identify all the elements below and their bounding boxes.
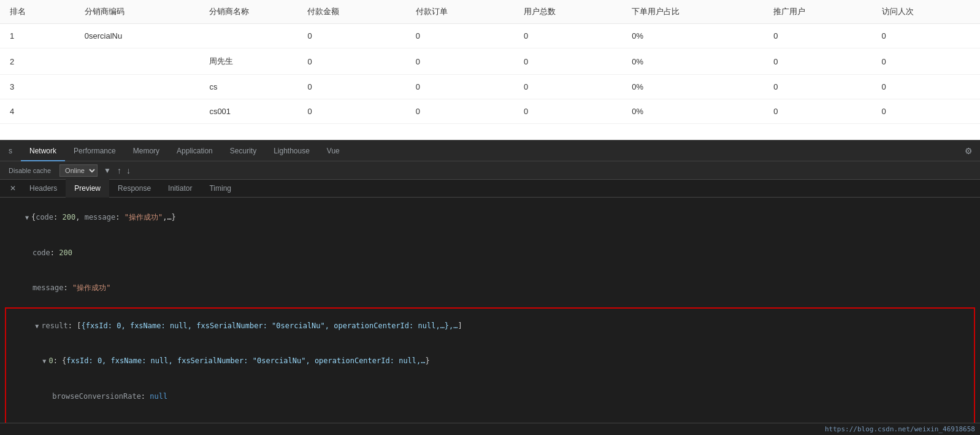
cell-visits: 0 (872, 99, 980, 124)
sub-tab-initiator[interactable]: Initiator (159, 179, 201, 198)
cell-code (75, 48, 200, 75)
col-ratio: 下单用户占比 (622, 0, 764, 24)
cell-ratio: 0% (622, 48, 764, 75)
cell-order: 0 (406, 24, 514, 48)
cell-ratio: 0% (622, 24, 764, 48)
throttle-select[interactable]: Online (59, 164, 98, 177)
col-order: 付款订单 (406, 0, 514, 24)
table-container: 排名 分销商编码 分销商名称 付款金额 付款订单 用户总数 下单用户占比 推广用… (0, 0, 980, 140)
cell-order: 0 (406, 48, 514, 75)
json-result-line[interactable]: result: [{fxsId: 0, fxsName: null, fxsSe… (6, 309, 974, 344)
tab-s[interactable]: s (0, 141, 21, 161)
tab-memory[interactable]: Memory (124, 141, 168, 161)
cell-promo: 0 (764, 99, 871, 124)
download-arrow-btn[interactable]: ↓ (126, 166, 131, 175)
cell-promo: 0 (764, 24, 871, 48)
table-row: 4 cs001 0 0 0 0% 0 0 (0, 99, 980, 124)
disable-cache-btn[interactable]: Disable cache (5, 166, 55, 175)
cell-amount: 0 (297, 24, 405, 48)
settings-icon[interactable]: ⚙ (957, 146, 980, 156)
cell-users: 0 (514, 75, 622, 99)
cell-amount: 0 (297, 48, 405, 75)
tab-security[interactable]: Security (221, 141, 265, 161)
cell-name: cs (199, 75, 297, 99)
sub-tab-response[interactable]: Response (109, 179, 159, 198)
cell-ratio: 0% (622, 75, 764, 99)
json-item0-line[interactable]: 0: {fxsId: 0, fxsName: null, fxsSerialNu… (6, 344, 974, 379)
cell-rank: 2 (0, 48, 75, 75)
cell-name: 周先生 (199, 48, 297, 75)
col-users: 用户总数 (514, 0, 622, 24)
field-browseConversionRate: browseConversionRate: null (6, 379, 974, 415)
cell-users: 0 (514, 99, 622, 124)
throttle-arrow: ▼ (102, 166, 112, 175)
cell-visits: 0 (872, 48, 980, 75)
cell-code: 0sercialNu (75, 24, 200, 48)
cell-name: cs001 (199, 99, 297, 124)
cell-users: 0 (514, 48, 622, 75)
col-promo: 推广用户 (764, 0, 871, 24)
col-rank: 排名 (0, 0, 75, 24)
sub-tab-bar: ✕ Headers Preview Response Initiator Tim… (0, 179, 980, 198)
field-dealUserNumber: dealUserNumber: null (6, 414, 974, 423)
cell-promo: 0 (764, 48, 871, 75)
tab-application[interactable]: Application (168, 141, 221, 161)
sub-tab-headers[interactable]: Headers (21, 179, 66, 198)
cell-order: 0 (406, 75, 514, 99)
cell-name (199, 24, 297, 48)
cell-amount: 0 (297, 99, 405, 124)
col-amount: 付款金额 (297, 0, 405, 24)
col-name: 分销商名称 (199, 0, 297, 24)
expand-item0-icon[interactable] (42, 356, 48, 365)
close-icon[interactable]: ✕ (5, 184, 21, 193)
tab-performance[interactable]: Performance (65, 141, 124, 161)
cell-order: 0 (406, 99, 514, 124)
expand-root-icon[interactable] (25, 213, 31, 221)
json-message-line: message: "操作成功" (5, 271, 975, 306)
data-table: 排名 分销商编码 分销商名称 付款金额 付款订单 用户总数 下单用户占比 推广用… (0, 0, 980, 124)
cell-users: 0 (514, 24, 622, 48)
status-bar: https://blog.csdn.net/weixin_46918658 (0, 423, 980, 435)
cell-promo: 0 (764, 75, 871, 99)
json-result-section: result: [{fxsId: 0, fxsName: null, fxsSe… (5, 307, 975, 423)
network-toolbar: Disable cache Online ▼ ↑ ↓ (0, 161, 980, 179)
table-row: 2 周先生 0 0 0 0% 0 0 (0, 48, 980, 75)
json-root-line[interactable]: {code: 200, message: "操作成功",…} (5, 200, 975, 236)
tab-network[interactable]: Network (21, 141, 65, 161)
cell-code (75, 99, 200, 124)
cell-rank: 1 (0, 24, 75, 48)
cell-code (75, 75, 200, 99)
table-row: 1 0sercialNu 0 0 0 0% 0 0 (0, 24, 980, 48)
col-code: 分销商编码 (75, 0, 200, 24)
json-preview-area[interactable]: {code: 200, message: "操作成功",…} code: 200… (0, 198, 980, 423)
cell-ratio: 0% (622, 99, 764, 124)
tab-vue[interactable]: Vue (318, 141, 348, 161)
cell-visits: 0 (872, 75, 980, 99)
devtools-tab-bar: s Network Performance Memory Application… (0, 140, 980, 161)
cell-rank: 4 (0, 99, 75, 124)
json-code-line: code: 200 (5, 236, 975, 271)
cell-visits: 0 (872, 24, 980, 48)
col-visits: 访问人次 (872, 0, 980, 24)
expand-result-icon[interactable] (35, 321, 41, 330)
table-row: 3 cs 0 0 0 0% 0 0 (0, 75, 980, 99)
status-url: https://blog.csdn.net/weixin_46918658 (825, 425, 975, 433)
cell-amount: 0 (297, 75, 405, 99)
tab-lighthouse[interactable]: Lighthouse (265, 141, 318, 161)
upload-arrow-btn[interactable]: ↑ (117, 166, 121, 175)
table-header-row: 排名 分销商编码 分销商名称 付款金额 付款订单 用户总数 下单用户占比 推广用… (0, 0, 980, 24)
sub-tab-timing[interactable]: Timing (201, 179, 240, 198)
cell-rank: 3 (0, 75, 75, 99)
sub-tab-preview[interactable]: Preview (66, 179, 109, 198)
